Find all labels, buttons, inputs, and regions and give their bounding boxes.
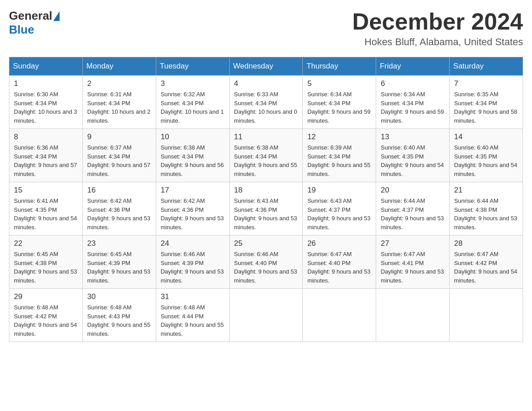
day-info: Sunrise: 6:48 AM Sunset: 4:43 PM Dayligh…	[87, 303, 151, 338]
calendar-cell: 7 Sunrise: 6:35 AM Sunset: 4:34 PM Dayli…	[450, 76, 523, 129]
calendar-cell: 2 Sunrise: 6:31 AM Sunset: 4:34 PM Dayli…	[82, 76, 156, 129]
day-number: 6	[381, 79, 445, 88]
day-number: 10	[161, 133, 225, 141]
day-number: 29	[14, 292, 78, 301]
calendar-cell: 24 Sunrise: 6:46 AM Sunset: 4:39 PM Dayl…	[156, 235, 229, 289]
calendar-cell: 5 Sunrise: 6:34 AM Sunset: 4:34 PM Dayli…	[303, 76, 376, 129]
day-number: 14	[454, 133, 518, 141]
day-info: Sunrise: 6:47 AM Sunset: 4:41 PM Dayligh…	[381, 250, 445, 285]
day-info: Sunrise: 6:45 AM Sunset: 4:39 PM Dayligh…	[87, 250, 151, 285]
calendar-cell: 26 Sunrise: 6:47 AM Sunset: 4:40 PM Dayl…	[303, 235, 376, 289]
day-number: 30	[87, 292, 151, 301]
day-number: 16	[87, 186, 151, 195]
calendar-cell	[229, 289, 303, 342]
calendar-cell: 10 Sunrise: 6:38 AM Sunset: 4:34 PM Dayl…	[156, 129, 229, 182]
page-header: General Blue December 2024 Hokes Bluff, …	[9, 9, 523, 48]
calendar-header-wednesday: Wednesday	[229, 57, 303, 76]
calendar-cell	[450, 289, 523, 342]
calendar-header-friday: Friday	[376, 57, 450, 76]
calendar-cell: 12 Sunrise: 6:39 AM Sunset: 4:34 PM Dayl…	[303, 129, 376, 182]
calendar-week-row: 8 Sunrise: 6:36 AM Sunset: 4:34 PM Dayli…	[9, 129, 523, 182]
day-number: 24	[161, 239, 225, 248]
calendar-cell: 1 Sunrise: 6:30 AM Sunset: 4:34 PM Dayli…	[9, 76, 83, 129]
calendar-cell: 27 Sunrise: 6:47 AM Sunset: 4:41 PM Dayl…	[376, 235, 450, 289]
day-info: Sunrise: 6:33 AM Sunset: 4:34 PM Dayligh…	[234, 90, 298, 125]
calendar-cell: 9 Sunrise: 6:37 AM Sunset: 4:34 PM Dayli…	[82, 129, 156, 182]
calendar-cell: 23 Sunrise: 6:45 AM Sunset: 4:39 PM Dayl…	[82, 235, 156, 289]
day-number: 9	[87, 133, 151, 141]
day-number: 3	[161, 79, 225, 88]
day-info: Sunrise: 6:47 AM Sunset: 4:40 PM Dayligh…	[307, 250, 371, 285]
day-number: 15	[14, 186, 78, 195]
calendar-table: SundayMondayTuesdayWednesdayThursdayFrid…	[9, 57, 523, 342]
day-info: Sunrise: 6:46 AM Sunset: 4:40 PM Dayligh…	[234, 250, 298, 285]
calendar-cell: 30 Sunrise: 6:48 AM Sunset: 4:43 PM Dayl…	[82, 289, 156, 342]
day-info: Sunrise: 6:46 AM Sunset: 4:39 PM Dayligh…	[161, 250, 225, 285]
day-number: 31	[161, 292, 225, 301]
calendar-cell: 29 Sunrise: 6:48 AM Sunset: 4:42 PM Dayl…	[9, 289, 83, 342]
calendar-cell	[303, 289, 376, 342]
calendar-header-sunday: Sunday	[9, 57, 83, 76]
day-number: 11	[234, 133, 298, 141]
calendar-header-saturday: Saturday	[450, 57, 523, 76]
day-number: 17	[161, 186, 225, 195]
calendar-week-row: 22 Sunrise: 6:45 AM Sunset: 4:38 PM Dayl…	[9, 235, 523, 289]
day-info: Sunrise: 6:37 AM Sunset: 4:34 PM Dayligh…	[87, 143, 151, 178]
logo-blue-text: Blue	[9, 23, 34, 37]
day-info: Sunrise: 6:35 AM Sunset: 4:34 PM Dayligh…	[454, 90, 518, 125]
calendar-cell: 22 Sunrise: 6:45 AM Sunset: 4:38 PM Dayl…	[9, 235, 83, 289]
day-info: Sunrise: 6:45 AM Sunset: 4:38 PM Dayligh…	[14, 250, 78, 285]
day-number: 4	[234, 79, 298, 88]
logo: General Blue	[9, 9, 60, 37]
calendar-cell: 14 Sunrise: 6:40 AM Sunset: 4:35 PM Dayl…	[450, 129, 523, 182]
calendar-cell: 17 Sunrise: 6:42 AM Sunset: 4:36 PM Dayl…	[156, 182, 229, 235]
day-number: 5	[307, 79, 371, 88]
day-number: 7	[454, 79, 518, 88]
calendar-cell: 28 Sunrise: 6:47 AM Sunset: 4:42 PM Dayl…	[450, 235, 523, 289]
calendar-cell: 4 Sunrise: 6:33 AM Sunset: 4:34 PM Dayli…	[229, 76, 303, 129]
calendar-cell: 20 Sunrise: 6:44 AM Sunset: 4:37 PM Dayl…	[376, 182, 450, 235]
day-info: Sunrise: 6:39 AM Sunset: 4:34 PM Dayligh…	[307, 143, 371, 178]
calendar-cell: 15 Sunrise: 6:41 AM Sunset: 4:35 PM Dayl…	[9, 182, 83, 235]
calendar-cell: 11 Sunrise: 6:38 AM Sunset: 4:34 PM Dayl…	[229, 129, 303, 182]
day-number: 2	[87, 79, 151, 88]
day-info: Sunrise: 6:48 AM Sunset: 4:44 PM Dayligh…	[161, 303, 225, 338]
calendar-cell: 19 Sunrise: 6:43 AM Sunset: 4:37 PM Dayl…	[303, 182, 376, 235]
month-title: December 2024	[352, 9, 523, 34]
day-info: Sunrise: 6:32 AM Sunset: 4:34 PM Dayligh…	[161, 90, 225, 125]
day-info: Sunrise: 6:43 AM Sunset: 4:37 PM Dayligh…	[307, 197, 371, 231]
day-info: Sunrise: 6:40 AM Sunset: 4:35 PM Dayligh…	[454, 143, 518, 178]
day-number: 26	[307, 239, 371, 248]
day-number: 18	[234, 186, 298, 195]
day-number: 13	[381, 133, 445, 141]
logo-triangle-icon	[53, 11, 60, 21]
day-number: 1	[14, 79, 78, 88]
calendar-cell	[376, 289, 450, 342]
day-number: 25	[234, 239, 298, 248]
day-info: Sunrise: 6:42 AM Sunset: 4:36 PM Dayligh…	[87, 197, 151, 231]
calendar-header-monday: Monday	[82, 57, 156, 76]
calendar-cell: 25 Sunrise: 6:46 AM Sunset: 4:40 PM Dayl…	[229, 235, 303, 289]
day-number: 23	[87, 239, 151, 248]
day-info: Sunrise: 6:38 AM Sunset: 4:34 PM Dayligh…	[161, 143, 225, 178]
calendar-cell: 13 Sunrise: 6:40 AM Sunset: 4:35 PM Dayl…	[376, 129, 450, 182]
day-number: 20	[381, 186, 445, 195]
calendar-cell: 31 Sunrise: 6:48 AM Sunset: 4:44 PM Dayl…	[156, 289, 229, 342]
calendar-week-row: 29 Sunrise: 6:48 AM Sunset: 4:42 PM Dayl…	[9, 289, 523, 342]
day-info: Sunrise: 6:31 AM Sunset: 4:34 PM Dayligh…	[87, 90, 151, 125]
day-info: Sunrise: 6:41 AM Sunset: 4:35 PM Dayligh…	[14, 197, 78, 231]
logo-general-text: General	[9, 9, 52, 23]
calendar-cell: 18 Sunrise: 6:43 AM Sunset: 4:36 PM Dayl…	[229, 182, 303, 235]
day-info: Sunrise: 6:47 AM Sunset: 4:42 PM Dayligh…	[454, 250, 518, 285]
day-number: 27	[381, 239, 445, 248]
day-info: Sunrise: 6:48 AM Sunset: 4:42 PM Dayligh…	[14, 303, 78, 338]
location-title: Hokes Bluff, Alabama, United States	[352, 36, 523, 48]
calendar-week-row: 15 Sunrise: 6:41 AM Sunset: 4:35 PM Dayl…	[9, 182, 523, 235]
day-number: 8	[14, 133, 78, 141]
day-number: 22	[14, 239, 78, 248]
day-number: 21	[454, 186, 518, 195]
day-info: Sunrise: 6:40 AM Sunset: 4:35 PM Dayligh…	[381, 143, 445, 178]
calendar-cell: 21 Sunrise: 6:44 AM Sunset: 4:38 PM Dayl…	[450, 182, 523, 235]
calendar-header-row: SundayMondayTuesdayWednesdayThursdayFrid…	[9, 57, 523, 76]
day-info: Sunrise: 6:34 AM Sunset: 4:34 PM Dayligh…	[307, 90, 371, 125]
